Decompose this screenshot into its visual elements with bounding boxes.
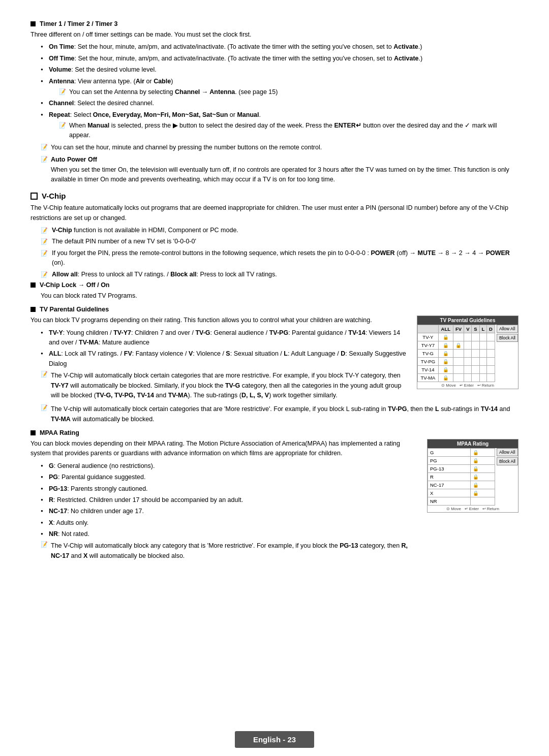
table-row: G 🔒: [428, 449, 495, 457]
black-square-icon: [30, 282, 36, 288]
col-header: ALL: [438, 325, 453, 333]
col-header: D: [487, 325, 495, 333]
cell: [464, 333, 472, 341]
auto-power-off: Auto Power Off When you set the timer On…: [51, 155, 518, 184]
cell: [453, 350, 464, 358]
cell: [479, 333, 487, 341]
allow-all-button[interactable]: Allow All: [497, 325, 518, 333]
tv-parental-bullets: TV-Y: Young children / TV-Y7: Children 7…: [30, 328, 407, 369]
cell: 🔒: [470, 473, 495, 481]
note-text: The V-Chip will automatically block cert…: [51, 371, 407, 400]
table-row: TV-14 🔒: [418, 366, 495, 374]
cell: 🔒: [470, 481, 495, 489]
note-text: When Manual is selected, press the ▶ but…: [69, 121, 518, 141]
cell: [472, 350, 479, 358]
note-icon: 📝: [59, 121, 69, 141]
row-label: PG: [428, 457, 471, 465]
tv-parental-table: TV Parental Guidelines ALL FV V S L D: [417, 316, 518, 389]
table-row: TV-G 🔒: [418, 350, 495, 358]
list-item: 📝 V-Chip function is not available in HD…: [41, 226, 518, 235]
block-all-button[interactable]: Block All: [497, 457, 518, 465]
list-item: Volume: Set the desired volume level.: [41, 65, 518, 75]
list-item: 📝 Allow all: Press to unlock all TV rati…: [41, 270, 518, 279]
cell: [464, 358, 472, 366]
cell: [487, 341, 495, 350]
list-item: PG: Parental guidance suggested.: [41, 472, 417, 482]
cell: 🔒: [470, 465, 495, 473]
list-item: NR: Not rated.: [41, 529, 417, 539]
allow-block-buttons[interactable]: Allow All Block All: [497, 325, 518, 342]
cell: 🔒: [470, 457, 495, 465]
row-label: TV-G: [418, 350, 439, 358]
row-label: TV-14: [418, 366, 439, 374]
cell: [464, 374, 472, 382]
allow-all-button[interactable]: Allow All: [497, 448, 518, 456]
vchip-notes: 📝 V-Chip function is not available in HD…: [30, 226, 518, 279]
note-icon: 📝: [41, 226, 48, 235]
cell: 🔒: [438, 358, 453, 366]
english-badge: English - 23: [235, 731, 314, 748]
note-text: You can set the Antenna by selecting Cha…: [69, 87, 518, 97]
row-label: NR: [428, 497, 471, 506]
note-icon: 📝: [41, 155, 51, 184]
timer-section: Timer 1 / Timer 2 / Timer 3 Three differ…: [30, 20, 518, 184]
vchip-lock-title: V-Chip Lock → Off / On: [30, 281, 518, 289]
cell: [453, 333, 464, 341]
vchip-lock-text: You can block rated TV Programs.: [30, 291, 518, 301]
row-label: R: [428, 473, 471, 481]
cell: [487, 333, 495, 341]
note-icon: 📝: [59, 87, 69, 97]
cell: 🔒: [438, 350, 453, 358]
cell: [479, 366, 487, 374]
table-row: PG 🔒: [428, 457, 495, 465]
list-item: R: Restricted. Children under 17 should …: [41, 495, 417, 505]
cell: 🔒: [453, 341, 464, 350]
timer-bullets: On Time: Set the hour, minute, am/pm, an…: [30, 42, 518, 140]
note-icon: 📝: [41, 249, 48, 258]
cell: [487, 350, 495, 358]
list-item: NC-17: No children under age 17.: [41, 507, 417, 516]
row-label: TV-PG: [418, 358, 439, 366]
note-text: The V-Chip will automatically block any …: [51, 541, 417, 561]
cell: [479, 358, 487, 366]
cell: 🔒: [438, 333, 453, 341]
cell: 🔒: [470, 489, 495, 497]
note-icon: 📝: [41, 541, 51, 561]
cell: [479, 374, 487, 382]
row-label: X: [428, 489, 471, 497]
note-icon: 📝: [41, 371, 51, 400]
block-all-button[interactable]: Block All: [497, 334, 518, 342]
cell: [487, 358, 495, 366]
timer-intro: Three different on / off timer settings …: [30, 30, 518, 40]
note-text: The V-chip will automatically block cert…: [51, 404, 518, 424]
table-footer: ⊙ Move ↵ Enter ↩ Return: [417, 382, 518, 389]
mpaa-allow-block-buttons[interactable]: Allow All Block All: [497, 448, 518, 465]
row-label: PG-13: [428, 465, 471, 473]
vchip-title: V-Chip: [30, 192, 518, 200]
black-square-icon: [30, 307, 36, 312]
row-label: NC-17: [428, 481, 471, 489]
list-item: TV-Y: Young children / TV-Y7: Children 7…: [41, 328, 407, 348]
list-item: G: General audience (no restrictions).: [41, 461, 417, 471]
table-row: TV-Y7 🔒 🔒: [418, 341, 495, 350]
cell: [487, 374, 495, 382]
cell: [453, 374, 464, 382]
cell: [487, 366, 495, 374]
cell: [472, 366, 479, 374]
cell: [464, 366, 472, 374]
cell: [479, 341, 487, 350]
mpaa-ratings-table: G 🔒 PG 🔒 PG-13 🔒: [428, 448, 495, 506]
tv-parental-text: You can block TV programs depending on t…: [30, 316, 407, 402]
col-header: S: [472, 325, 479, 333]
mpaa-section: MPAA Rating You can block movies dependi…: [30, 429, 518, 562]
cell: [472, 358, 479, 366]
list-item: Channel: Select the desired channel.: [41, 99, 518, 108]
col-header: L: [479, 325, 487, 333]
cell: 🔒: [438, 341, 453, 350]
list-item: ALL: Lock all TV ratings. / FV: Fantasy …: [41, 349, 407, 369]
cell: [464, 341, 472, 350]
checkbox-icon: [30, 193, 38, 200]
table-row: TV-PG 🔒: [418, 358, 495, 366]
cell: [479, 350, 487, 358]
cell: 🔒: [438, 374, 453, 382]
